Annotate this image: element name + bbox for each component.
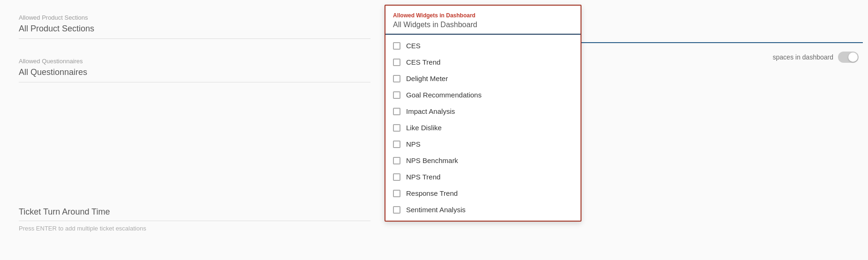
checkbox-icon[interactable] bbox=[393, 108, 400, 115]
dropdown-item-label: Response Trend bbox=[406, 189, 458, 197]
dropdown-item-label: NPS Benchmark bbox=[406, 156, 458, 164]
dropdown-item-label: Delight Meter bbox=[406, 74, 448, 82]
checkbox-icon[interactable] bbox=[393, 173, 400, 181]
dropdown-item[interactable]: CES Trend bbox=[385, 54, 581, 70]
dropdown-item[interactable]: Delight Meter bbox=[385, 70, 581, 87]
dashboard-spaces-toggle[interactable] bbox=[838, 52, 859, 63]
product-sections-value: All Product Sections bbox=[19, 24, 370, 39]
checkbox-icon[interactable] bbox=[393, 190, 400, 197]
dropdown-item[interactable]: CES bbox=[385, 37, 581, 54]
dropdown-item-label: Goal Recommendations bbox=[406, 91, 482, 99]
dropdown-list[interactable]: CESCES TrendDelight MeterGoal Recommenda… bbox=[385, 35, 581, 221]
dropdown-item-label: Sentiment Analysis bbox=[406, 206, 466, 214]
ticket-hint: Press ENTER to add multiple ticket escal… bbox=[19, 225, 370, 232]
dropdown-item[interactable]: NPS Benchmark bbox=[385, 152, 581, 169]
right-panel: spaces in dashboard bbox=[680, 0, 868, 260]
dropdown-item-label: NPS Trend bbox=[406, 173, 440, 181]
dropdown-item[interactable]: Goal Recommendations bbox=[385, 87, 581, 103]
blue-divider-line bbox=[581, 42, 863, 43]
ticket-section: Ticket Turn Around Time Press ENTER to a… bbox=[19, 207, 370, 232]
dropdown-item[interactable]: Sentiment Analysis bbox=[385, 201, 581, 218]
ticket-label: Ticket Turn Around Time bbox=[19, 207, 370, 221]
dropdown-header-label: Allowed Widgets in Dashboard bbox=[393, 12, 573, 19]
checkbox-icon[interactable] bbox=[393, 59, 400, 66]
dropdown-item-label: Like Dislike bbox=[406, 124, 442, 132]
dropdown-item-label: CES Trend bbox=[406, 58, 440, 66]
dropdown-header-value: All Widgets in Dashboard bbox=[393, 21, 573, 29]
toggle-section: spaces in dashboard bbox=[773, 52, 859, 63]
checkbox-icon[interactable] bbox=[393, 124, 400, 132]
dropdown-item[interactable]: NPS bbox=[385, 136, 581, 152]
checkbox-icon[interactable] bbox=[393, 157, 400, 164]
dropdown-item[interactable]: NPS Trend bbox=[385, 169, 581, 185]
checkbox-icon[interactable] bbox=[393, 91, 400, 99]
checkbox-icon[interactable] bbox=[393, 42, 400, 50]
dropdown-item-label: NPS bbox=[406, 140, 421, 148]
dropdown-item[interactable]: Impact Analysis bbox=[385, 103, 581, 119]
checkbox-icon[interactable] bbox=[393, 141, 400, 148]
dropdown-item[interactable]: Like Dislike bbox=[385, 119, 581, 136]
page-container: Allowed Product Sections All Product Sec… bbox=[0, 0, 868, 260]
dropdown-item[interactable]: Response Trend bbox=[385, 185, 581, 201]
left-panel: Allowed Product Sections All Product Sec… bbox=[0, 0, 680, 260]
dropdown-item-label: CES bbox=[406, 42, 421, 50]
questionnaires-value: All Questionnaires bbox=[19, 67, 370, 82]
checkbox-icon[interactable] bbox=[393, 75, 400, 82]
dropdown-item-label: Impact Analysis bbox=[406, 107, 455, 115]
toggle-label: spaces in dashboard bbox=[773, 53, 833, 61]
checkbox-icon[interactable] bbox=[393, 206, 400, 214]
widgets-dropdown[interactable]: Allowed Widgets in Dashboard All Widgets… bbox=[385, 5, 581, 222]
dropdown-header: Allowed Widgets in Dashboard All Widgets… bbox=[385, 6, 581, 35]
